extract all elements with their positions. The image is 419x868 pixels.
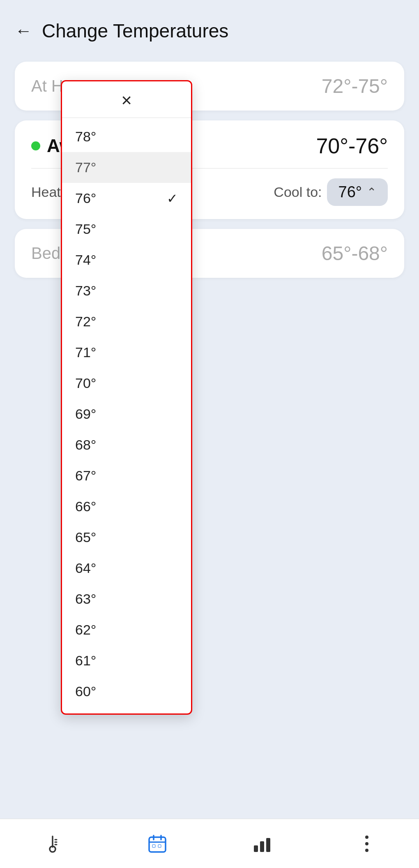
calendar-icon	[147, 833, 168, 854]
at-home-temp: 72°-75°	[322, 75, 388, 97]
away-temp: 70°-76°	[316, 134, 388, 158]
dropdown-option-64[interactable]: 64°	[62, 553, 191, 584]
dropdown-option-label: 71°	[75, 344, 96, 360]
dropdown-option-68[interactable]: 68°	[62, 429, 191, 460]
dropdown-option-label: 72°	[75, 314, 96, 330]
page-title: Change Temperatures	[42, 20, 228, 42]
dropdown-close-row: ×	[62, 81, 191, 118]
dropdown-option-label: 76°	[75, 190, 96, 206]
cool-chevron-up-icon: ⌃	[367, 185, 376, 199]
dropdown-option-label: 68°	[75, 437, 96, 453]
svg-rect-9	[152, 845, 155, 847]
svg-rect-5	[149, 837, 166, 852]
header: ← Change Temperatures	[0, 0, 419, 52]
svg-point-14	[365, 836, 368, 839]
dropdown-option-label: 63°	[75, 591, 96, 607]
dropdown-option-label: 78°	[75, 129, 96, 145]
dropdown-option-label: 75°	[75, 221, 96, 237]
dropdown-option-65[interactable]: 65°	[62, 522, 191, 553]
nav-item-more[interactable]	[346, 828, 387, 859]
back-button[interactable]: ←	[15, 22, 32, 39]
dropdown-option-label: 65°	[75, 529, 96, 545]
nav-item-thermostat[interactable]	[32, 828, 73, 859]
svg-rect-13	[266, 838, 270, 852]
dropdown-option-70[interactable]: 70°	[62, 368, 191, 399]
cool-label: Cool to:	[274, 184, 322, 200]
cool-select[interactable]: 76° ⌃	[327, 178, 388, 206]
dropdown-option-76[interactable]: 76°✓	[62, 183, 191, 214]
svg-point-16	[365, 849, 368, 852]
dropdown-option-label: 60°	[75, 683, 96, 699]
cool-control: Cool to: 76° ⌃	[274, 178, 388, 206]
bar-chart-icon	[251, 833, 273, 854]
svg-rect-11	[254, 845, 258, 852]
temperature-dropdown: × 78°77°76°✓75°74°73°72°71°70°69°68°67°6…	[61, 80, 192, 715]
dropdown-option-label: 61°	[75, 653, 96, 669]
dropdown-option-63[interactable]: 63°	[62, 584, 191, 614]
dropdown-option-label: 77°	[75, 159, 96, 175]
dropdown-option-67[interactable]: 67°	[62, 460, 191, 491]
thermometer-icon	[42, 833, 63, 854]
dropdown-option-label: 62°	[75, 622, 96, 638]
dropdown-option-73[interactable]: 73°	[62, 275, 191, 306]
dropdown-option-74[interactable]: 74°	[62, 245, 191, 275]
dropdown-option-61[interactable]: 61°	[62, 645, 191, 676]
nav-item-schedule[interactable]	[137, 828, 178, 859]
cool-value: 76°	[338, 183, 362, 201]
dropdown-option-77[interactable]: 77°	[62, 152, 191, 183]
svg-rect-10	[158, 845, 161, 847]
dropdown-option-62[interactable]: 62°	[62, 614, 191, 645]
dropdown-close-button[interactable]: ×	[121, 91, 132, 109]
dropdown-option-69[interactable]: 69°	[62, 399, 191, 429]
active-dot	[31, 141, 40, 150]
dropdown-option-label: 74°	[75, 252, 96, 268]
dropdown-option-label: 67°	[75, 468, 96, 484]
dropdown-option-label: 69°	[75, 406, 96, 422]
dropdown-option-78[interactable]: 78°	[62, 121, 191, 152]
nav-item-stats[interactable]	[242, 828, 283, 859]
more-icon	[356, 833, 378, 854]
dropdown-option-label: 70°	[75, 375, 96, 391]
svg-rect-12	[260, 841, 264, 852]
dropdown-option-label: 73°	[75, 283, 96, 299]
dropdown-option-75[interactable]: 75°	[62, 214, 191, 245]
dropdown-option-71[interactable]: 71°	[62, 337, 191, 368]
dropdown-option-60[interactable]: 60°	[62, 676, 191, 707]
svg-point-15	[365, 842, 368, 845]
bedtime-temp: 65°-68°	[322, 242, 388, 265]
dropdown-option-label: 66°	[75, 499, 96, 515]
dropdown-options-list: 78°77°76°✓75°74°73°72°71°70°69°68°67°66°…	[62, 121, 191, 707]
dropdown-option-66[interactable]: 66°	[62, 491, 191, 522]
bottom-nav	[0, 819, 419, 868]
dropdown-option-72[interactable]: 72°	[62, 306, 191, 337]
dropdown-option-label: 64°	[75, 560, 96, 576]
check-icon: ✓	[167, 191, 178, 206]
